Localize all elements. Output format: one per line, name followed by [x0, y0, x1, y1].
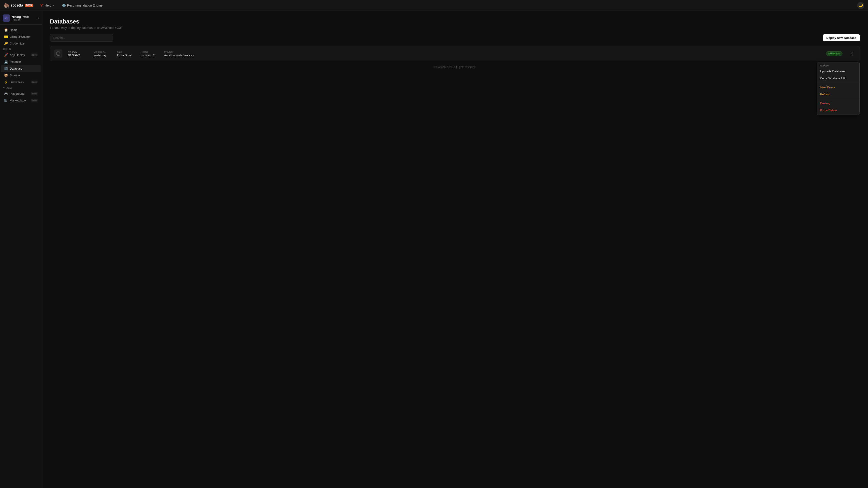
page-title: Databases [50, 18, 860, 25]
db-created-at-label: Created At [94, 51, 112, 53]
db-name: decisive [68, 53, 88, 57]
help-chevron-icon: ▾ [53, 4, 54, 6]
deploy-new-database-button[interactable]: Deploy new database [823, 34, 860, 41]
dropdown-section-label: Actions [817, 63, 860, 68]
destroy-item[interactable]: Destroy [817, 100, 860, 107]
avatar: NP [3, 14, 10, 22]
db-region-value: us_west_2 [141, 54, 159, 57]
db-provider: Provider Amazon Web Services [164, 51, 196, 57]
sidebar-item-serverless[interactable]: ⚡ Serverless soon [1, 78, 41, 86]
topnav: 🦣 rocetta Beta ❓ Help ▾ ⚙️ Recommendatio… [0, 0, 868, 11]
main-content: Databases Fastest way to deploy database… [42, 11, 868, 488]
sidebar-item-instance-label: Instance [10, 60, 37, 64]
svg-point-0 [57, 52, 60, 53]
playground-icon: 🎮 [4, 92, 8, 95]
db-region: Region us_west_2 [141, 51, 159, 57]
db-created-at: Created At yesterday [94, 51, 112, 57]
footer-text: © Rocotta 2023. All rights reserved. [50, 66, 860, 69]
app-deploy-icon: 🚀 [4, 53, 8, 57]
user-info: Nisarg Patel Rocetta [12, 15, 36, 21]
upgrade-database-item[interactable]: Upgrade Database [817, 68, 860, 75]
billing-icon: 💳 [4, 35, 8, 38]
recommendation-engine-nav-item[interactable]: ⚙️ Recommendation Engine [60, 3, 104, 8]
engine-icon: ⚙️ [62, 4, 66, 7]
marketplace-icon: 🛒 [4, 98, 8, 102]
sidebar-item-billing[interactable]: 💳 Billing & Usage [1, 33, 41, 40]
sidebar-item-database[interactable]: 🗄️ Database [1, 65, 41, 72]
sidebar-item-marketplace[interactable]: 🛒 Marketplace soon [1, 97, 41, 104]
help-label: Help [45, 4, 51, 7]
sidebar-item-instance[interactable]: 💻 Instance [1, 58, 41, 65]
sidebar-item-playground[interactable]: 🎮 Playground soon [1, 90, 41, 97]
sidebar-item-marketplace-label: Marketplace [10, 99, 29, 102]
user-org: Rocetta [12, 19, 36, 21]
copy-database-url-item[interactable]: Copy Database URL [817, 75, 860, 82]
storage-icon: 📦 [4, 73, 8, 77]
db-provider-value: Amazon Web Services [164, 54, 196, 57]
help-nav-item[interactable]: ❓ Help ▾ [38, 3, 56, 8]
topnav-left: 🦣 rocetta Beta ❓ Help ▾ ⚙️ Recommendatio… [4, 3, 104, 8]
home-icon: 🏠 [4, 28, 8, 32]
help-icon: ❓ [39, 4, 43, 7]
logo-text: rocetta [11, 3, 23, 7]
sidebar-item-storage-label: Storage [10, 74, 37, 77]
force-delete-item[interactable]: Force Delete [817, 107, 860, 114]
db-size-label: Size [117, 51, 135, 53]
sidebar: NP Nisarg Patel Rocetta ▾ 🏠 Home 💳 Billi… [0, 11, 42, 488]
dropdown-menu: Actions Upgrade Database Copy Database U… [817, 62, 860, 115]
more-options-button[interactable]: ⋮ [848, 50, 856, 57]
footer: © Rocotta 2023. All rights reserved. [50, 61, 860, 70]
view-errors-item[interactable]: View Errors [817, 84, 860, 91]
sidebar-item-playground-label: Playground [10, 92, 29, 95]
main-layout: NP Nisarg Patel Rocetta ▾ 🏠 Home 💳 Billi… [0, 11, 868, 488]
credentials-icon: 🔑 [4, 41, 8, 45]
search-input[interactable] [50, 34, 113, 41]
serverless-soon-badge: soon [31, 80, 37, 84]
recommendation-engine-label: Recommendation Engine [67, 4, 103, 7]
dropdown-divider-2 [817, 99, 860, 99]
database-type-icon [54, 50, 62, 58]
db-size-value: Extra Small [117, 54, 135, 57]
database-icon: 🗄️ [4, 67, 8, 70]
sidebar-item-storage[interactable]: 📦 Storage [1, 72, 41, 78]
logo: 🦣 rocetta Beta [4, 3, 33, 8]
serverless-icon: ⚡ [4, 80, 8, 84]
database-card: MySQL decisive Created At yesterday Size… [50, 46, 860, 61]
sidebar-item-home[interactable]: 🏠 Home [1, 26, 41, 33]
sidebar-item-home-label: Home [10, 28, 37, 32]
db-provider-label: Provider [164, 51, 196, 53]
db-status-badge: RUNNING [826, 51, 842, 56]
sidebar-item-billing-label: Billing & Usage [10, 35, 37, 38]
theme-toggle-button[interactable]: 🌙 [857, 2, 864, 9]
refresh-item[interactable]: Refresh [817, 91, 860, 98]
db-region-label: Region [141, 51, 159, 53]
app-deploy-soon-badge: soon [31, 54, 37, 56]
user-chevron-icon: ▾ [37, 17, 39, 20]
sidebar-item-app-deploy[interactable]: 🚀 App Deploy soon [1, 52, 41, 58]
user-section[interactable]: NP Nisarg Patel Rocetta ▾ [0, 13, 41, 25]
db-size: Size Extra Small [117, 51, 135, 57]
sidebar-item-database-label: Database [10, 67, 37, 70]
topnav-right: 🌙 [857, 2, 864, 9]
page-subtitle: Fastest way to deploy databases on AWS a… [50, 26, 860, 30]
instance-icon: 💻 [4, 60, 8, 64]
visual-section-label: Visual [0, 86, 41, 90]
playground-soon-badge: soon [31, 92, 37, 95]
user-name: Nisarg Patel [12, 15, 36, 19]
toolbar: Deploy new database [50, 34, 860, 41]
sidebar-item-credentials-label: Credentials [10, 42, 37, 45]
logo-icon: 🦣 [4, 3, 9, 8]
beta-badge: Beta [25, 4, 33, 7]
sidebar-item-serverless-label: Serverless [10, 80, 29, 84]
sidebar-item-credentials[interactable]: 🔑 Credentials [1, 40, 41, 47]
sidebar-item-app-deploy-label: App Deploy [10, 53, 29, 57]
db-created-at-value: yesterday [94, 54, 112, 57]
db-name-section: MySQL decisive [68, 50, 88, 57]
db-type: MySQL [68, 50, 88, 53]
build-section-label: Build [0, 47, 41, 52]
marketplace-soon-badge: soon [31, 99, 37, 102]
